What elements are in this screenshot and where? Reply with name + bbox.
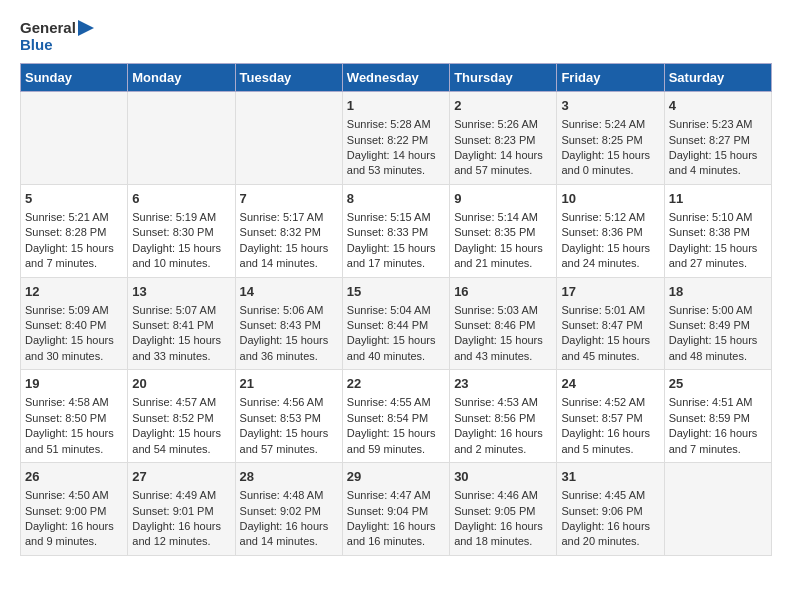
cell-text: and 30 minutes.	[25, 350, 103, 362]
header-day-sunday: Sunday	[21, 64, 128, 92]
cell-text: Sunset: 8:38 PM	[669, 226, 750, 238]
calendar-cell: 30Sunrise: 4:46 AMSunset: 9:05 PMDayligh…	[450, 463, 557, 556]
cell-text: Sunrise: 5:10 AM	[669, 211, 753, 223]
cell-text: and 21 minutes.	[454, 257, 532, 269]
cell-text: Sunset: 8:22 PM	[347, 134, 428, 146]
cell-text: Sunset: 8:36 PM	[561, 226, 642, 238]
cell-text: Sunrise: 4:55 AM	[347, 396, 431, 408]
cell-text: Sunset: 8:46 PM	[454, 319, 535, 331]
calendar-cell: 11Sunrise: 5:10 AMSunset: 8:38 PMDayligh…	[664, 184, 771, 277]
calendar-cell	[21, 92, 128, 185]
cell-text: Sunrise: 4:52 AM	[561, 396, 645, 408]
cell-text: Daylight: 16 hours	[561, 427, 650, 439]
cell-text: Sunrise: 4:53 AM	[454, 396, 538, 408]
cell-text: Sunset: 8:43 PM	[240, 319, 321, 331]
cell-text: and 14 minutes.	[240, 535, 318, 547]
cell-text: Daylight: 16 hours	[347, 520, 436, 532]
week-row-4: 19Sunrise: 4:58 AMSunset: 8:50 PMDayligh…	[21, 370, 772, 463]
header-day-friday: Friday	[557, 64, 664, 92]
cell-text: Sunrise: 4:57 AM	[132, 396, 216, 408]
day-number: 8	[347, 190, 445, 208]
calendar-cell: 21Sunrise: 4:56 AMSunset: 8:53 PMDayligh…	[235, 370, 342, 463]
cell-text: Sunrise: 5:28 AM	[347, 118, 431, 130]
calendar-cell: 7Sunrise: 5:17 AMSunset: 8:32 PMDaylight…	[235, 184, 342, 277]
calendar-cell: 18Sunrise: 5:00 AMSunset: 8:49 PMDayligh…	[664, 277, 771, 370]
cell-text: Sunrise: 4:56 AM	[240, 396, 324, 408]
cell-text: Daylight: 14 hours	[347, 149, 436, 161]
cell-text: Sunrise: 5:12 AM	[561, 211, 645, 223]
cell-text: and 53 minutes.	[347, 164, 425, 176]
cell-text: Daylight: 15 hours	[561, 242, 650, 254]
cell-text: Daylight: 16 hours	[240, 520, 329, 532]
cell-text: and 40 minutes.	[347, 350, 425, 362]
cell-text: and 54 minutes.	[132, 443, 210, 455]
cell-text: Sunrise: 5:15 AM	[347, 211, 431, 223]
cell-text: Sunrise: 4:50 AM	[25, 489, 109, 501]
cell-text: Sunset: 9:01 PM	[132, 505, 213, 517]
cell-text: Daylight: 16 hours	[454, 427, 543, 439]
cell-text: Sunrise: 5:04 AM	[347, 304, 431, 316]
day-number: 19	[25, 375, 123, 393]
week-row-5: 26Sunrise: 4:50 AMSunset: 9:00 PMDayligh…	[21, 463, 772, 556]
cell-text: Sunrise: 5:17 AM	[240, 211, 324, 223]
cell-text: Sunset: 8:23 PM	[454, 134, 535, 146]
calendar-cell: 8Sunrise: 5:15 AMSunset: 8:33 PMDaylight…	[342, 184, 449, 277]
cell-text: and 7 minutes.	[25, 257, 97, 269]
day-number: 18	[669, 283, 767, 301]
day-number: 25	[669, 375, 767, 393]
cell-text: Daylight: 15 hours	[240, 242, 329, 254]
day-number: 12	[25, 283, 123, 301]
cell-text: and 27 minutes.	[669, 257, 747, 269]
day-number: 5	[25, 190, 123, 208]
calendar-cell: 26Sunrise: 4:50 AMSunset: 9:00 PMDayligh…	[21, 463, 128, 556]
logo-general: General	[20, 20, 76, 37]
week-row-1: 1Sunrise: 5:28 AMSunset: 8:22 PMDaylight…	[21, 92, 772, 185]
day-number: 28	[240, 468, 338, 486]
cell-text: Sunset: 8:57 PM	[561, 412, 642, 424]
day-number: 23	[454, 375, 552, 393]
cell-text: Daylight: 15 hours	[669, 149, 758, 161]
cell-text: Sunrise: 5:24 AM	[561, 118, 645, 130]
header-day-saturday: Saturday	[664, 64, 771, 92]
cell-text: Daylight: 15 hours	[132, 334, 221, 346]
day-number: 16	[454, 283, 552, 301]
cell-text: Daylight: 15 hours	[669, 242, 758, 254]
cell-text: Sunrise: 5:21 AM	[25, 211, 109, 223]
cell-text: Sunset: 8:59 PM	[669, 412, 750, 424]
cell-text: Sunset: 8:35 PM	[454, 226, 535, 238]
cell-text: Daylight: 15 hours	[347, 427, 436, 439]
cell-text: and 59 minutes.	[347, 443, 425, 455]
cell-text: Sunset: 9:06 PM	[561, 505, 642, 517]
cell-text: Sunrise: 5:07 AM	[132, 304, 216, 316]
calendar-cell: 5Sunrise: 5:21 AMSunset: 8:28 PMDaylight…	[21, 184, 128, 277]
cell-text: Sunset: 8:32 PM	[240, 226, 321, 238]
header-day-tuesday: Tuesday	[235, 64, 342, 92]
calendar-cell: 15Sunrise: 5:04 AMSunset: 8:44 PMDayligh…	[342, 277, 449, 370]
calendar-cell: 14Sunrise: 5:06 AMSunset: 8:43 PMDayligh…	[235, 277, 342, 370]
cell-text: and 45 minutes.	[561, 350, 639, 362]
day-number: 24	[561, 375, 659, 393]
cell-text: and 57 minutes.	[240, 443, 318, 455]
cell-text: Daylight: 16 hours	[669, 427, 758, 439]
day-number: 6	[132, 190, 230, 208]
cell-text: and 10 minutes.	[132, 257, 210, 269]
cell-text: Sunset: 8:47 PM	[561, 319, 642, 331]
calendar-cell: 24Sunrise: 4:52 AMSunset: 8:57 PMDayligh…	[557, 370, 664, 463]
cell-text: and 51 minutes.	[25, 443, 103, 455]
day-number: 20	[132, 375, 230, 393]
calendar-cell: 20Sunrise: 4:57 AMSunset: 8:52 PMDayligh…	[128, 370, 235, 463]
day-number: 15	[347, 283, 445, 301]
cell-text: and 7 minutes.	[669, 443, 741, 455]
calendar-cell: 6Sunrise: 5:19 AMSunset: 8:30 PMDaylight…	[128, 184, 235, 277]
cell-text: Sunrise: 5:26 AM	[454, 118, 538, 130]
cell-text: Sunset: 8:27 PM	[669, 134, 750, 146]
logo: General Blue	[20, 20, 94, 53]
day-number: 4	[669, 97, 767, 115]
calendar-cell: 27Sunrise: 4:49 AMSunset: 9:01 PMDayligh…	[128, 463, 235, 556]
cell-text: Daylight: 15 hours	[240, 427, 329, 439]
logo-blue: Blue	[20, 37, 94, 54]
cell-text: and 14 minutes.	[240, 257, 318, 269]
day-number: 26	[25, 468, 123, 486]
cell-text: and 9 minutes.	[25, 535, 97, 547]
day-number: 31	[561, 468, 659, 486]
